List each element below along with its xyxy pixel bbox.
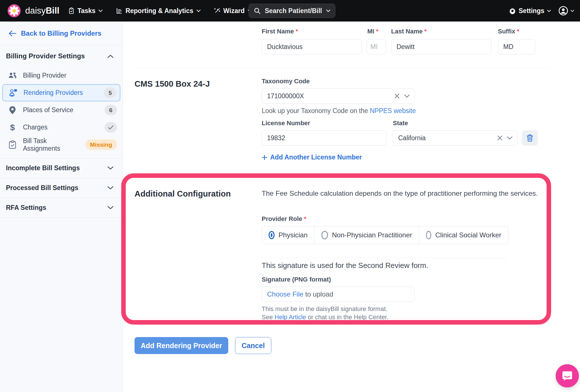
nav-item-label: Tasks bbox=[78, 7, 96, 15]
settings-sidebar: Back to Billing Providers Billing Provid… bbox=[0, 22, 123, 392]
tasks-clipboard-icon bbox=[68, 7, 75, 14]
clear-x-icon[interactable] bbox=[395, 93, 400, 99]
signature-label: Signature (PNG format) bbox=[262, 276, 331, 283]
chevron-down-icon bbox=[196, 9, 201, 12]
count-badge: 6 bbox=[105, 105, 117, 115]
doctor-icon bbox=[8, 89, 18, 97]
taxonomy-code-select[interactable]: 171000000X bbox=[262, 88, 415, 104]
avatar-icon bbox=[558, 6, 568, 16]
sidebar-section-processed-bill-settings[interactable]: Processed Bill Settings bbox=[0, 178, 123, 198]
mi-input[interactable] bbox=[367, 39, 386, 54]
settings-label: Settings bbox=[519, 7, 544, 15]
first-name-input[interactable] bbox=[262, 39, 362, 54]
radio-option-non-physician-practitioner[interactable]: Non-Physician Practitioner bbox=[315, 226, 419, 244]
dollar-icon: $ bbox=[8, 123, 17, 132]
daisybill-logo[interactable]: daisyBill bbox=[8, 4, 59, 17]
section-divider bbox=[135, 68, 549, 68]
add-rendering-provider-button[interactable]: Add Rendering Provider bbox=[135, 337, 228, 354]
chevron-down-icon bbox=[547, 10, 551, 12]
radio-option-clinical-social-worker[interactable]: Clinical Social Worker bbox=[419, 226, 508, 244]
user-account-menu[interactable] bbox=[558, 6, 574, 16]
nav-item-wizard[interactable]: Wizard bbox=[214, 7, 252, 15]
reporting-chart-icon bbox=[116, 7, 123, 14]
radio-label: Physician bbox=[278, 231, 308, 239]
nav-item-tasks[interactable]: Tasks bbox=[68, 7, 103, 15]
add-another-license-link[interactable]: Add Another License Number bbox=[262, 154, 362, 161]
provider-role-radio-group: Physician Non-Physician Practitioner Cli… bbox=[262, 226, 508, 244]
navbar-right: Settings bbox=[509, 0, 574, 22]
choose-file-suffix: to upload bbox=[303, 290, 333, 298]
nppes-website-link[interactable]: NPPES website bbox=[370, 107, 416, 114]
sidebar-item-label: Bill Task Assignments bbox=[23, 137, 80, 152]
nav-settings[interactable]: Settings bbox=[509, 7, 551, 15]
nav-menu: Tasks Reporting & Analytics bbox=[68, 7, 252, 15]
sidebar-section-incomplete-bill-settings[interactable]: Incomplete Bill Settings bbox=[0, 158, 123, 178]
cancel-button[interactable]: Cancel bbox=[235, 337, 271, 354]
missing-badge: Missing bbox=[85, 139, 117, 150]
count-badge: 5 bbox=[104, 88, 116, 98]
license-number-input[interactable] bbox=[262, 130, 386, 146]
chat-launcher-button[interactable] bbox=[556, 364, 579, 387]
first-name-label: First Name* bbox=[262, 28, 298, 35]
charges-complete-badge bbox=[105, 122, 117, 133]
radio-option-physician[interactable]: Physician bbox=[262, 226, 315, 244]
billing-provider-settings-group[interactable]: Billing Provider Settings bbox=[0, 45, 123, 67]
section-title: Processed Bill Settings bbox=[6, 184, 78, 192]
taxonomy-code-label: Taxonomy Code bbox=[262, 78, 310, 85]
sidebar-item-label: Places of Service bbox=[23, 106, 99, 114]
signature-divider bbox=[262, 258, 508, 258]
suffix-label: Suffix* bbox=[498, 28, 519, 35]
taxonomy-code-value: 171000000X bbox=[267, 92, 395, 100]
sidebar-section-rfa-settings[interactable]: RFA Settings bbox=[0, 198, 123, 218]
chevron-down-icon[interactable] bbox=[507, 136, 513, 140]
state-label: State bbox=[393, 120, 408, 127]
choose-file-link[interactable]: Choose File bbox=[267, 290, 303, 298]
state-value: California bbox=[398, 134, 497, 142]
cms-section-title: CMS 1500 Box 24-J bbox=[135, 79, 210, 89]
chevron-up-icon bbox=[107, 54, 114, 58]
plus-icon bbox=[262, 155, 267, 160]
sidebar-item-charges[interactable]: $ Charges bbox=[0, 119, 123, 136]
signature-help-text: This must be in the daisyBill signature … bbox=[262, 305, 398, 321]
mi-label: MI* bbox=[367, 28, 378, 35]
suffix-input[interactable] bbox=[498, 39, 535, 54]
radio-label: Clinical Social Worker bbox=[435, 231, 501, 239]
chevron-down-icon[interactable] bbox=[326, 9, 330, 12]
back-to-billing-providers-link[interactable]: Back to Billing Providers bbox=[0, 22, 123, 45]
sidebar-item-rendering-providers[interactable]: Rendering Providers 5 bbox=[2, 84, 120, 101]
radio-selected-icon bbox=[270, 232, 274, 238]
nav-item-label: Reporting & Analytics bbox=[125, 7, 193, 15]
chevron-down-icon bbox=[570, 10, 574, 12]
sidebar-item-billing-provider[interactable]: Billing Provider bbox=[0, 67, 123, 84]
last-name-input[interactable] bbox=[391, 39, 491, 54]
radio-unselected-icon bbox=[321, 231, 328, 239]
chevron-down-icon[interactable] bbox=[404, 94, 410, 98]
help-article-link[interactable]: Help Article bbox=[274, 314, 306, 321]
taxonomy-help-text: Look up your Taxonomy Code on the NPPES … bbox=[262, 107, 416, 115]
sidebar-item-label: Billing Provider bbox=[23, 72, 117, 79]
radio-unselected-icon bbox=[426, 231, 431, 239]
clear-x-icon[interactable] bbox=[497, 135, 502, 140]
section-title: RFA Settings bbox=[6, 204, 46, 212]
rendering-provider-form: First Name* MI* Last Name* Suffix* CMS 1… bbox=[123, 22, 580, 392]
sidebar-item-bill-task-assignments[interactable]: Bill Task Assignments Missing bbox=[0, 136, 123, 153]
search-patient-bill[interactable]: Search Patient/Bill bbox=[249, 4, 335, 18]
signature-file-input[interactable]: Choose File to upload bbox=[262, 287, 415, 302]
additional-config-title: Additional Configuration bbox=[135, 189, 231, 199]
search-icon bbox=[253, 7, 261, 14]
sidebar-item-places-of-service[interactable]: Places of Service 6 bbox=[0, 101, 123, 119]
section-title: Incomplete Bill Settings bbox=[6, 164, 80, 172]
provider-role-label: Provider Role* bbox=[262, 215, 306, 223]
sidebar-item-label: Charges bbox=[23, 123, 99, 131]
license-number-label: License Number bbox=[262, 120, 310, 127]
gear-icon bbox=[509, 7, 516, 14]
chevron-down-icon bbox=[107, 186, 114, 190]
last-name-label: Last Name* bbox=[391, 28, 427, 35]
delete-license-button[interactable] bbox=[522, 130, 538, 146]
back-link-label: Back to Billing Providers bbox=[21, 29, 101, 37]
collapsed-sections: Incomplete Bill Settings Processed Bill … bbox=[0, 158, 123, 218]
chevron-down-icon bbox=[107, 206, 114, 210]
top-navbar: daisyBill Tasks Reporting & Analytics bbox=[0, 0, 580, 22]
state-select[interactable]: California bbox=[393, 130, 517, 146]
nav-item-reporting-analytics[interactable]: Reporting & Analytics bbox=[116, 7, 201, 15]
